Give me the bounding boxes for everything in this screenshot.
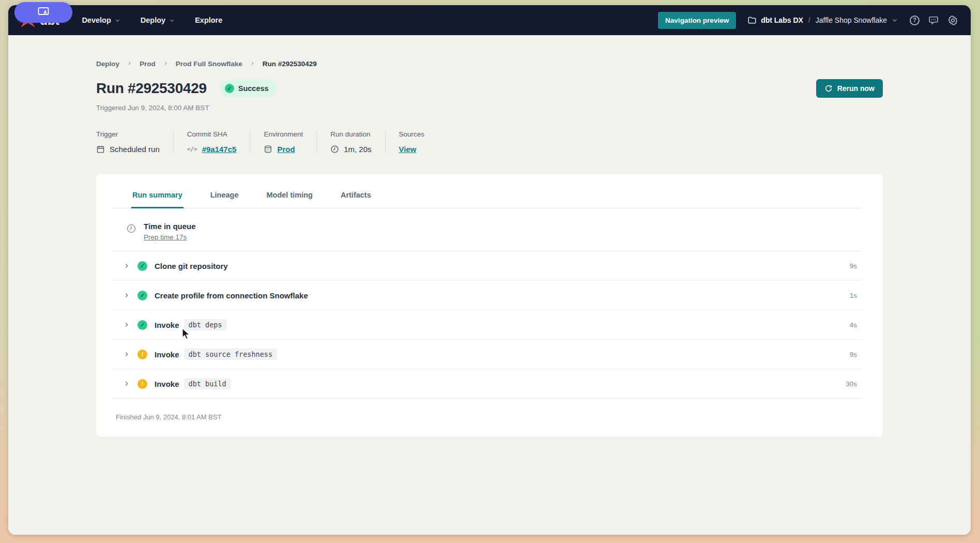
folder-icon [747,16,757,25]
meta-environment: EnvironmentProd [250,130,316,154]
breadcrumb-item[interactable]: Prod [140,60,156,68]
nav-menu-deploy[interactable]: Deploy [141,16,175,24]
step-duration: 30s [846,380,862,388]
chevron-down-icon [114,17,121,24]
meta-value: 1m, 20s [344,145,371,154]
chevron-right-icon[interactable] [123,351,130,358]
step-duration: 9s [850,351,862,358]
queue-title: Time in queue [144,222,196,231]
status-label: Success [238,84,269,93]
nav-menu-explore[interactable]: Explore [195,16,222,24]
finished-timestamp: Finished Jun 9, 2024, 8:01 AM BST [112,399,862,421]
database-icon [264,145,272,154]
tab-model-timing[interactable]: Model timing [266,191,314,208]
clock-icon [330,145,339,154]
breadcrumb-separator-icon [250,61,255,68]
refresh-icon [824,84,833,93]
code-icon: </> [187,146,197,153]
tab-bar: Run summaryLineageModel timingArtifacts [112,174,862,208]
step-label: Clone git repository [155,262,228,270]
run-meta-row: TriggerScheduled runCommit SHA</>#9a147c… [96,130,883,154]
breadcrumb: DeployProdProd Full SnowflakeRun #292530… [96,60,883,68]
chevron-down-icon [891,17,898,24]
meta-value: Scheduled run [110,145,160,154]
tab-run-summary[interactable]: Run summary [131,191,183,208]
nav-menus: DevelopDeployExplore [82,16,222,24]
step-label: Invoke [155,380,179,388]
step-row[interactable]: !Invokedbt build30s [112,369,862,399]
meta-value-link[interactable]: #9a147c5 [202,145,237,154]
clock-icon [126,223,136,234]
step-command: dbt deps [184,319,227,330]
screen-share-icon [37,5,50,20]
top-navbar: dbt DevelopDeployExplore Navigation prev… [8,5,971,35]
breadcrumb-item: Run #292530429 [263,60,317,68]
time-in-queue-row: Time in queue Prep time 17s [112,208,862,251]
prep-time-link[interactable]: Prep time 17s [144,233,187,241]
calendar-icon [96,145,105,154]
nav-menu-label: Deploy [141,16,165,24]
meta-label: Commit SHA [187,130,237,138]
step-duration: 1s [850,292,862,299]
success-check-icon: ✓ [225,84,234,93]
meta-trigger: TriggerScheduled run [96,130,173,154]
chevron-right-icon[interactable] [123,321,130,328]
step-command: dbt source freshness [184,349,278,360]
meta-sources: SourcesView [385,130,438,154]
meta-value-link[interactable]: View [399,145,417,154]
page-title: Run #292530429 [96,80,207,97]
nav-menu-label: Develop [82,16,111,24]
meta-label: Run duration [330,130,371,138]
breadcrumb-item[interactable]: Prod Full Snowflake [176,60,242,68]
step-row[interactable]: ✓Invokedbt deps4s [112,310,862,340]
meta-label: Environment [264,130,303,138]
status-badge: ✓ Success [220,80,277,97]
chevron-down-icon [169,17,175,24]
warning-icon: ! [137,350,147,359]
step-row[interactable]: ✓Create profile from connection Snowflak… [112,281,862,310]
project-selector[interactable]: dbt Labs DX / Jaffle Shop Snowflake [747,16,898,25]
nav-menu-label: Explore [195,16,222,24]
step-label: Create profile from connection Snowflake [155,291,308,300]
account-separator: / [808,16,810,24]
step-row[interactable]: !Invokedbt source freshness9s [112,340,862,369]
chevron-right-icon[interactable] [123,292,130,299]
main-content: DeployProdProd Full SnowflakeRun #292530… [8,35,971,535]
steps-list: ✓Clone git repository9s✓Create profile f… [112,251,862,399]
chevron-right-icon[interactable] [123,262,130,269]
warning-icon: ! [137,379,147,389]
project-name: Jaffle Shop Snowflake [816,16,887,24]
meta-label: Sources [399,130,425,138]
breadcrumb-item[interactable]: Deploy [96,60,119,68]
screen-share-indicator [14,2,72,23]
step-duration: 9s [850,262,862,270]
app-window: dbt DevelopDeployExplore Navigation prev… [8,5,971,535]
tab-lineage[interactable]: Lineage [209,191,240,208]
chevron-right-icon[interactable] [123,380,130,387]
nav-menu-develop[interactable]: Develop [82,16,120,24]
rerun-now-button[interactable]: Rerun now [816,79,883,98]
feedback-icon[interactable] [928,15,939,25]
navigation-preview-button[interactable]: Navigation preview [658,12,736,29]
meta-run-duration: Run duration1m, 20s [316,130,385,154]
meta-label: Trigger [96,130,160,138]
account-name: dbt Labs DX [761,16,803,24]
success-check-icon: ✓ [137,261,147,271]
step-label: Invoke [155,350,179,359]
run-detail-card: Run summaryLineageModel timingArtifacts … [96,174,883,437]
success-check-icon: ✓ [137,320,147,330]
tab-artifacts[interactable]: Artifacts [340,191,372,208]
breadcrumb-separator-icon [163,61,169,68]
meta-value-link[interactable]: Prod [277,145,295,154]
meta-commit-sha: Commit SHA</>#9a147c5 [173,130,250,154]
help-icon[interactable]: ? [910,16,920,25]
step-command: dbt build [184,378,231,389]
step-row[interactable]: ✓Clone git repository9s [112,251,862,281]
breadcrumb-separator-icon [127,61,132,68]
success-check-icon: ✓ [137,291,147,300]
triggered-timestamp: Triggered Jun 9, 2024, 8:00 AM BST [96,104,883,112]
step-label: Invoke [155,321,179,329]
settings-gear-icon[interactable] [947,15,958,26]
rerun-label: Rerun now [837,84,875,93]
step-duration: 4s [850,321,862,329]
